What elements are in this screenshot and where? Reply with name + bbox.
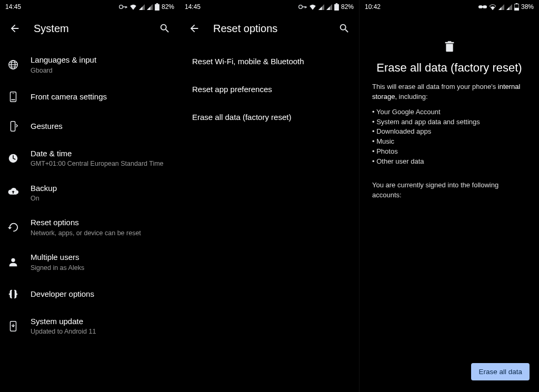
- item-developer-options[interactable]: Developer options: [0, 279, 179, 309]
- svg-rect-5: [156, 3, 158, 4]
- erase-bullets: Your Google Account System and app data …: [372, 107, 526, 167]
- svg-point-0: [119, 5, 123, 9]
- signal-icon: [139, 4, 145, 10]
- bullet: Other user data: [372, 157, 526, 167]
- svg-rect-4: [155, 4, 159, 11]
- page-title: System: [34, 23, 146, 35]
- status-bar: 14:45 82%: [0, 0, 179, 14]
- bullet: Music: [372, 137, 526, 147]
- svg-point-12: [13, 93, 14, 94]
- item-title: Reset options: [31, 217, 171, 228]
- item-title: System update: [31, 316, 171, 327]
- erase-all-data[interactable]: Erase all data (factory reset): [179, 103, 359, 131]
- status-icons: 82%: [119, 3, 174, 11]
- item-title: Languages & input: [31, 55, 171, 65]
- wifi-icon: [489, 4, 496, 10]
- reset-app-preferences[interactable]: Reset app preferences: [179, 75, 359, 103]
- cloud-upload-icon: [7, 187, 31, 198]
- svg-rect-14: [11, 122, 15, 131]
- erase-lead: This will erase all data from your phone…: [372, 82, 526, 102]
- status-battery: 38%: [521, 3, 534, 11]
- signal-icon-2: [506, 4, 512, 10]
- back-button[interactable]: [4, 18, 25, 39]
- item-sub: GMT+01:00 Central European Standard Time: [31, 159, 171, 168]
- erase-accounts-note: You are currently signed into the follow…: [372, 180, 526, 200]
- item-system-update[interactable]: System update Updated to Android 11: [0, 309, 179, 344]
- restore-icon: [7, 222, 31, 233]
- svg-point-18: [299, 5, 303, 9]
- status-time: 14:45: [185, 3, 201, 11]
- item-sub: On: [31, 194, 171, 203]
- battery-icon: [514, 3, 519, 11]
- page-title: Reset options: [213, 23, 325, 35]
- status-icons: 82%: [298, 3, 354, 11]
- svg-rect-23: [336, 3, 338, 4]
- item-sub: Network, apps, or device can be reset: [31, 229, 171, 237]
- erase-lead-post: , including:: [395, 93, 427, 100]
- status-time: 10:42: [365, 3, 381, 11]
- item-languages-input[interactable]: Languages & input Gboard: [0, 47, 179, 82]
- signal-icon: [318, 4, 324, 10]
- search-button[interactable]: [334, 18, 355, 39]
- svg-rect-32: [447, 41, 451, 42]
- item-sub: Gboard: [31, 66, 171, 75]
- bullet: Your Google Account: [372, 107, 526, 117]
- appbar: System: [0, 14, 179, 43]
- item-title: Backup: [31, 183, 171, 194]
- svg-rect-30: [446, 44, 453, 52]
- panel-system: 14:45 82% System Languages & input Gboar…: [0, 0, 179, 392]
- erase-content: Erase all data (factory reset) This will…: [360, 14, 539, 200]
- item-sub: Updated to Android 11: [31, 327, 171, 336]
- erase-all-data-button[interactable]: Erase all data: [471, 363, 530, 380]
- item-title: Date & time: [31, 148, 171, 159]
- bullet: Photos: [372, 147, 526, 157]
- battery-icon: [155, 3, 159, 11]
- erase-title: Erase all data (factory reset): [372, 61, 526, 75]
- key-icon: [298, 4, 307, 9]
- clock-icon: [7, 153, 31, 164]
- trash-icon: [372, 41, 526, 55]
- item-title: Developer options: [31, 289, 171, 299]
- bullet: System and app data and settings: [372, 117, 526, 127]
- search-button[interactable]: [154, 18, 175, 39]
- item-backup[interactable]: Backup On: [0, 176, 179, 210]
- phone-front-icon: [7, 91, 31, 103]
- item-date-time[interactable]: Date & time GMT+01:00 Central European S…: [0, 141, 179, 176]
- panel-reset-options: 14:45 82% Reset options Reset Wi-Fi, mob…: [179, 0, 359, 392]
- link-icon: [478, 4, 487, 9]
- system-update-icon: [7, 320, 31, 332]
- gesture-icon: [7, 120, 31, 132]
- svg-rect-31: [445, 42, 454, 44]
- status-time: 14:45: [5, 3, 21, 11]
- svg-rect-22: [334, 4, 339, 11]
- person-icon: [7, 256, 31, 268]
- reset-options-list: Reset Wi-Fi, mobile & Bluetooth Reset ap…: [179, 43, 359, 131]
- svg-rect-29: [516, 3, 518, 4]
- item-reset-options[interactable]: Reset options Network, apps, or device c…: [0, 210, 179, 245]
- svg-point-16: [11, 258, 15, 262]
- braces-icon: [7, 288, 31, 300]
- item-title: Gestures: [31, 121, 171, 132]
- item-sub: Signed in as Aleks: [31, 264, 171, 272]
- item-gestures[interactable]: Gestures: [0, 112, 179, 141]
- svg-rect-20: [305, 6, 305, 8]
- svg-rect-3: [126, 6, 127, 8]
- signal-icon: [498, 4, 504, 10]
- svg-rect-21: [306, 6, 306, 8]
- bullet: Downloaded apps: [372, 127, 526, 137]
- battery-icon: [334, 3, 339, 11]
- wifi-icon: [309, 4, 316, 10]
- item-multiple-users[interactable]: Multiple users Signed in as Aleks: [0, 245, 179, 279]
- svg-rect-13: [11, 99, 15, 100]
- globe-icon: [7, 59, 31, 71]
- signal-icon-2: [326, 4, 332, 10]
- item-front-camera[interactable]: Front camera settings: [0, 82, 179, 112]
- appbar: Reset options: [179, 14, 359, 43]
- svg-rect-2: [125, 6, 126, 8]
- erase-lead-pre: This will erase all data from your phone…: [372, 83, 498, 91]
- back-button[interactable]: [184, 18, 205, 39]
- item-title: Multiple users: [31, 252, 171, 263]
- reset-wifi-mobile-bluetooth[interactable]: Reset Wi-Fi, mobile & Bluetooth: [179, 47, 359, 75]
- erase-button-row: Erase all data: [471, 363, 530, 380]
- key-icon: [119, 4, 127, 9]
